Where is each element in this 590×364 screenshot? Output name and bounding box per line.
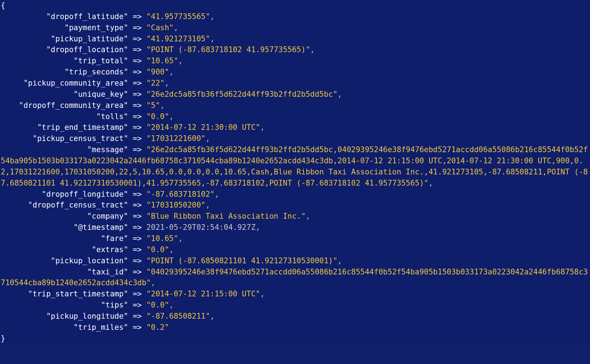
entry-pickup-latitude: "pickup_latitude" => "41.921273105", bbox=[1, 33, 589, 45]
arrow: => bbox=[128, 323, 147, 332]
arrow: => bbox=[128, 245, 147, 254]
terminal-output: { "dropoff_latitude" => "41.957735565", … bbox=[0, 0, 590, 346]
comma: , bbox=[338, 90, 342, 99]
key-dropoff_longitude: "dropoff_longitude" bbox=[42, 190, 128, 199]
value-trip_start_timestamp: "2014-07-12 21:15:00 UTC" bbox=[147, 290, 260, 298]
value-pickup_latitude: "41.921273105" bbox=[147, 35, 210, 43]
key-unique_key: "unique_key" bbox=[73, 90, 128, 99]
arrow: => bbox=[128, 56, 147, 65]
value-trip_total: "10.65" bbox=[147, 56, 179, 65]
entry-trip-miles: "trip_miles" => "0.2" bbox=[1, 322, 589, 333]
entry-payment-type: "payment_type" => "Cash", bbox=[1, 22, 589, 33]
key-trip_seconds: "trip_seconds" bbox=[64, 68, 128, 76]
value-trip_miles: "0.2" bbox=[147, 323, 169, 332]
key-@timestamp: "@timestamp" bbox=[73, 223, 128, 232]
key-trip_end_timestamp: "trip_end_timestamp" bbox=[37, 123, 128, 132]
comma: , bbox=[428, 179, 433, 187]
value-unique_key: "26e2dc5a85fb36f5d622d44ff93b2ffd2b5dd5b… bbox=[147, 90, 338, 99]
comma: , bbox=[169, 245, 174, 254]
entry-trip-end-timestamp: "trip_end_timestamp" => "2014-07-12 21:3… bbox=[1, 122, 589, 133]
entry--timestamp: "@timestamp" => 2021-05-29T02:54:04.927Z… bbox=[1, 222, 589, 233]
comma: , bbox=[306, 212, 310, 220]
brace-close-line: } bbox=[1, 333, 589, 344]
arrow: => bbox=[128, 290, 147, 298]
value-tolls: "0.0" bbox=[147, 112, 169, 121]
value-fare: "10.65" bbox=[147, 234, 179, 243]
value-dropoff_census_tract: "17031050200" bbox=[147, 201, 206, 209]
value-dropoff_longitude: "-87.683718102" bbox=[147, 190, 215, 199]
entry-tips: "tips" => "0.0", bbox=[1, 300, 589, 311]
arrow: => bbox=[128, 256, 147, 265]
value-trip_seconds: "900" bbox=[147, 68, 169, 76]
value-company: "Blue Ribbon Taxi Association Inc." bbox=[147, 212, 306, 220]
entry-message: "message" => "26e2dc5a85fb36f5d622d44ff9… bbox=[1, 144, 589, 188]
arrow: => bbox=[128, 312, 147, 320]
comma: , bbox=[310, 45, 315, 54]
key-pickup_latitude: "pickup_latitude" bbox=[51, 35, 128, 43]
arrow: => bbox=[128, 45, 147, 54]
comma: , bbox=[169, 112, 174, 121]
brace-close: } bbox=[1, 334, 5, 343]
arrow: => bbox=[128, 23, 147, 32]
comma: , bbox=[338, 256, 342, 265]
entry-dropoff-latitude: "dropoff_latitude" => "41.957735565", bbox=[1, 11, 589, 22]
key-extras: "extras" bbox=[92, 245, 128, 254]
value-@timestamp: 2021-05-29T02:54:04.927Z bbox=[147, 223, 256, 232]
key-trip_start_timestamp: "trip_start_timestamp" bbox=[28, 290, 128, 298]
entry-extras: "extras" => "0.0", bbox=[1, 244, 589, 255]
entry-dropoff-census-tract: "dropoff_census_tract" => "17031050200", bbox=[1, 200, 589, 211]
comma: , bbox=[174, 23, 178, 32]
key-tolls: "tolls" bbox=[96, 112, 129, 121]
key-trip_miles: "trip_miles" bbox=[73, 323, 128, 332]
value-dropoff_latitude: "41.957735565" bbox=[147, 12, 210, 21]
arrow: => bbox=[128, 123, 147, 132]
key-company: "company" bbox=[87, 212, 128, 220]
comma: , bbox=[178, 234, 183, 243]
arrow: => bbox=[128, 112, 147, 121]
arrow: => bbox=[128, 223, 147, 232]
entry-pickup-community-area: "pickup_community_area" => "22", bbox=[1, 78, 589, 89]
comma: , bbox=[210, 312, 215, 320]
entry-dropoff-location: "dropoff_location" => "POINT (-87.683718… bbox=[1, 44, 589, 55]
arrow: => bbox=[128, 12, 147, 21]
comma: , bbox=[260, 123, 265, 132]
arrow: => bbox=[128, 190, 147, 199]
arrow: => bbox=[128, 212, 147, 220]
comma: , bbox=[160, 101, 165, 110]
value-trip_end_timestamp: "2014-07-12 21:30:00 UTC" bbox=[147, 123, 260, 132]
comma: , bbox=[215, 190, 219, 199]
key-dropoff_census_tract: "dropoff_census_tract" bbox=[28, 201, 128, 209]
arrow: => bbox=[128, 268, 147, 276]
entry-unique-key: "unique_key" => "26e2dc5a85fb36f5d622d44… bbox=[1, 89, 589, 100]
comma: , bbox=[165, 79, 169, 87]
arrow: => bbox=[128, 301, 147, 309]
comma: , bbox=[178, 56, 183, 65]
key-tips: "tips" bbox=[101, 301, 128, 309]
value-dropoff_location: "POINT (-87.683718102 41.957735565)" bbox=[147, 45, 310, 54]
arrow: => bbox=[128, 134, 147, 143]
comma: , bbox=[206, 134, 210, 143]
comma: , bbox=[206, 201, 210, 209]
arrow: => bbox=[128, 79, 147, 87]
entry-trip-start-timestamp: "trip_start_timestamp" => "2014-07-12 21… bbox=[1, 288, 589, 300]
brace-open-line: { bbox=[1, 0, 589, 11]
value-extras: "0.0" bbox=[147, 245, 169, 254]
entry-taxi-id: "taxi_id" => "04029395246e38f9476ebd5271… bbox=[1, 267, 589, 289]
key-pickup_community_area: "pickup_community_area" bbox=[23, 79, 128, 87]
arrow: => bbox=[128, 35, 147, 43]
value-tips: "0.0" bbox=[147, 301, 169, 309]
arrow: => bbox=[128, 145, 147, 154]
entry-pickup-location: "pickup_location" => "POINT (-87.6850821… bbox=[1, 255, 589, 267]
entry-company: "company" => "Blue Ribbon Taxi Associati… bbox=[1, 211, 589, 222]
value-dropoff_community_area: "5" bbox=[147, 101, 160, 110]
key-pickup_longitude: "pickup_longitude" bbox=[46, 312, 128, 320]
arrow: => bbox=[128, 68, 147, 76]
brace-open: { bbox=[1, 1, 5, 10]
key-pickup_location: "pickup_location" bbox=[51, 256, 128, 265]
arrow: => bbox=[128, 234, 147, 243]
value-pickup_community_area: "22" bbox=[147, 79, 165, 87]
entry-trip-total: "trip_total" => "10.65", bbox=[1, 55, 589, 67]
key-dropoff_latitude: "dropoff_latitude" bbox=[46, 12, 128, 21]
key-dropoff_community_area: "dropoff_community_area" bbox=[19, 101, 128, 110]
entry-dropoff-community-area: "dropoff_community_area" => "5", bbox=[1, 100, 589, 111]
